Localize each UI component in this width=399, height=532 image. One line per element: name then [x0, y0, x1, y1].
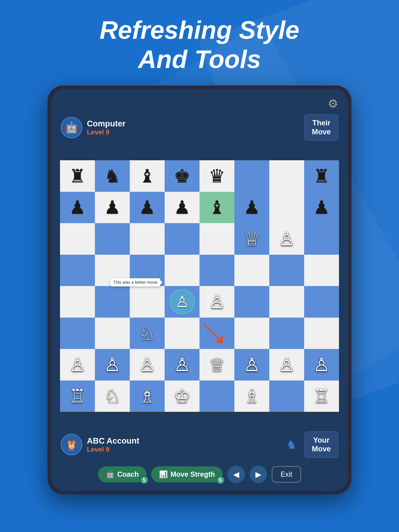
headline: Refreshing Style And Tools	[100, 0, 299, 74]
chess-cell[interactable]: ♛	[200, 160, 234, 192]
chess-cell[interactable]	[200, 223, 234, 255]
chess-cell[interactable]: ♙	[234, 349, 269, 380]
chess-cell[interactable]: ♟	[165, 192, 200, 223]
chess-cell[interactable]	[269, 286, 304, 318]
chess-cell[interactable]	[60, 318, 95, 349]
chess-cell[interactable]: ♔	[165, 380, 200, 412]
chess-cell[interactable]	[234, 318, 269, 349]
chess-cell[interactable]	[234, 286, 269, 318]
chess-cell[interactable]	[60, 223, 95, 255]
chess-cell[interactable]	[130, 223, 165, 255]
top-player-area: 🤖 Computer Level 9 TheirMove	[51, 114, 348, 145]
your-move-badge: YourMove	[304, 431, 338, 458]
chess-cell[interactable]	[200, 255, 234, 286]
svg-line-1	[203, 323, 219, 339]
bottom-player-level: Level 9	[87, 446, 139, 453]
chess-cell[interactable]: ♕	[200, 349, 234, 380]
move-strength-label: Move Stregth	[170, 470, 215, 478]
move-strength-button[interactable]: 📊 Move Stregth 5	[151, 466, 223, 482]
chess-cell[interactable]: ♟	[304, 192, 339, 223]
tablet-camera	[197, 93, 202, 97]
chess-cell[interactable]	[304, 223, 339, 255]
chess-cell[interactable]: This was a better move♙	[165, 286, 200, 318]
move-strength-badge: 5	[216, 476, 225, 484]
chess-cell[interactable]	[165, 223, 200, 255]
bottom-player-name: ABC Account	[87, 436, 139, 446]
top-player-name: Computer	[87, 119, 125, 128]
chess-cell[interactable]: ♖	[304, 380, 339, 412]
top-player-info: 🤖 Computer Level 9	[61, 117, 125, 138]
chess-cell[interactable]: ♗	[130, 380, 165, 412]
chess-cell[interactable]	[165, 255, 200, 286]
chess-cell[interactable]	[234, 255, 269, 286]
chess-cell[interactable]	[95, 223, 130, 255]
chess-cell[interactable]	[269, 192, 304, 223]
chess-cell[interactable]: ♗	[234, 380, 269, 412]
chess-cell[interactable]	[269, 380, 304, 412]
next-button[interactable]: ▶	[250, 466, 267, 483]
chess-cell[interactable]: ♟	[60, 192, 95, 223]
chess-cell[interactable]	[130, 255, 165, 286]
knight-icon: ♞	[286, 438, 297, 451]
top-player-avatar: 🤖	[61, 117, 82, 138]
chess-cell[interactable]	[60, 286, 95, 318]
headline-line2: And Tools	[138, 45, 261, 73]
chess-cell[interactable]: ♞	[95, 160, 130, 192]
bottom-player-avatar: 🦉	[61, 434, 82, 455]
top-player-details: Computer Level 9	[87, 119, 125, 136]
prev-button[interactable]: ◀	[227, 466, 245, 483]
coach-label: Coach	[117, 470, 139, 478]
chess-cell[interactable]: ♙	[269, 223, 304, 255]
chess-cell[interactable]: ♜	[60, 160, 95, 192]
bottom-toolbar: 🤖 Coach 5 📊 Move Stregth 5 ◀ ▶ Exit	[51, 462, 348, 491]
bottom-player-details: ABC Account Level 9	[87, 436, 139, 453]
move-strength-icon: 📊	[159, 470, 168, 478]
chess-cell[interactable]	[269, 160, 304, 192]
chess-cell[interactable]	[165, 318, 200, 349]
chess-cell[interactable]: ♙	[60, 349, 95, 380]
chess-cell[interactable]: ♕	[234, 223, 269, 255]
top-player-level: Level 9	[87, 128, 125, 136]
coach-icon: 🤖	[106, 470, 115, 478]
chess-cell[interactable]	[95, 318, 130, 349]
chess-cell[interactable]	[234, 160, 269, 192]
coach-button[interactable]: 🤖 Coach 5	[98, 466, 147, 482]
chess-cell[interactable]: ♟	[95, 192, 130, 223]
bottom-player-area: 🦉 ABC Account Level 9 ♞ YourMove	[51, 428, 348, 462]
chess-cell[interactable]: ♘	[130, 318, 165, 349]
settings-icon[interactable]: ⚙	[328, 97, 338, 110]
chess-cell[interactable]: ♙	[130, 349, 165, 380]
bottom-player-info: 🦉 ABC Account Level 9	[61, 434, 139, 455]
chess-cell[interactable]: ♘	[95, 380, 130, 412]
tablet: ⚙ 🤖 Computer Level 9 TheirMove	[48, 85, 351, 494]
chess-cell[interactable]: ♙	[269, 349, 304, 380]
chess-cell[interactable]	[60, 255, 95, 286]
chess-cell[interactable]	[95, 255, 130, 286]
chess-cell[interactable]	[269, 255, 304, 286]
chess-cell[interactable]: ♖	[60, 380, 95, 412]
chess-board-container: ♜♞♝♚♛♜♟♟♟♟♝♟♟♕♙This was a better move♙ ♙…	[51, 145, 348, 428]
chess-cell[interactable]: ♚	[165, 160, 200, 192]
exit-button[interactable]: Exit	[272, 466, 301, 482]
chess-cell[interactable]	[269, 318, 304, 349]
chess-cell[interactable]	[304, 286, 339, 318]
chess-board[interactable]: ♜♞♝♚♛♜♟♟♟♟♝♟♟♕♙This was a better move♙ ♙…	[59, 159, 340, 413]
coach-badge: 5	[140, 476, 148, 484]
headline-line1: Refreshing Style	[100, 16, 299, 44]
chess-cell[interactable]	[95, 286, 130, 318]
chess-cell[interactable]: ♙	[165, 349, 200, 380]
chess-cell[interactable]	[304, 255, 339, 286]
chess-cell[interactable]: ♙	[95, 349, 130, 380]
chess-cell[interactable]	[304, 318, 339, 349]
chess-cell[interactable]: ♟	[130, 192, 165, 223]
chess-cell[interactable]: ♙	[304, 349, 339, 380]
chess-cell[interactable]	[130, 286, 165, 318]
chess-cell[interactable]: ♟	[234, 192, 269, 223]
chess-cell[interactable]: ♝	[130, 160, 165, 192]
chess-cell[interactable]: ♜	[304, 160, 339, 192]
app-screen: ⚙ 🤖 Computer Level 9 TheirMove	[51, 89, 348, 491]
their-move-badge: TheirMove	[304, 114, 338, 141]
chess-cell[interactable]: ♝	[200, 192, 234, 223]
chess-cell[interactable]	[200, 380, 234, 412]
chess-cell[interactable]: ♙	[200, 286, 234, 318]
